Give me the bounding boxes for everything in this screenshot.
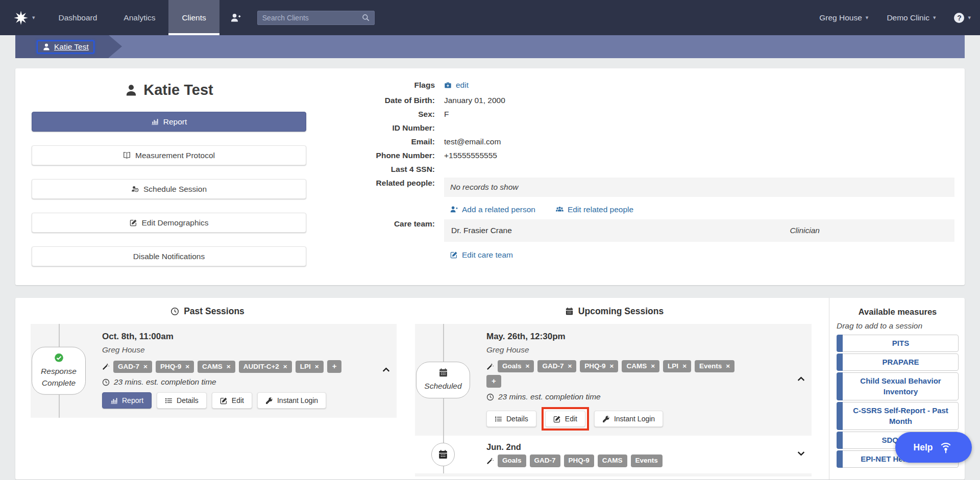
chevron-down-icon: ▾ <box>32 14 35 21</box>
session-details-button[interactable]: Details <box>157 392 207 409</box>
edit-care-team-link[interactable]: Edit care team <box>450 250 513 260</box>
measure-chip[interactable]: AUDIT-C+2 × <box>239 361 292 373</box>
remove-measure-icon[interactable]: × <box>610 362 614 371</box>
measure-chip[interactable]: PHQ-9 × <box>156 361 194 373</box>
measure-chip[interactable]: PHQ-9 × <box>580 360 618 372</box>
edit-flags-link[interactable]: edit <box>444 80 469 91</box>
measure-chip[interactable]: CAMS × <box>622 360 659 372</box>
edit-related-people-link[interactable]: Edit related people <box>556 205 633 214</box>
measure-chip[interactable]: GAD-7 × <box>113 361 152 373</box>
measure-chip[interactable]: CAMS <box>598 454 627 467</box>
related-people-actions: Add a related person Edit related people <box>444 199 954 218</box>
user-clock-icon <box>131 185 139 193</box>
disable-notifications-button[interactable]: Disable Notifications <box>32 246 306 266</box>
measure-chip[interactable]: Goals × <box>498 360 534 372</box>
bar-chart-icon <box>151 118 159 125</box>
session-report-button[interactable]: Report <box>102 392 152 409</box>
measure-chip[interactable]: LPI × <box>663 360 691 372</box>
remove-measure-icon[interactable]: × <box>651 362 655 371</box>
measure-chip-label: PHQ-9 <box>584 362 605 371</box>
breadcrumb-client-link[interactable]: Katie Test <box>37 40 94 54</box>
session-edit-button[interactable]: Edit <box>212 392 252 409</box>
measure-item[interactable]: PRAPARE <box>837 353 959 371</box>
past-sessions-heading: Past Sessions <box>15 306 400 317</box>
measure-chip[interactable]: CAMS × <box>198 361 235 373</box>
measure-chip[interactable]: PHQ-9 <box>564 454 594 467</box>
measure-item[interactable]: PITS <box>837 335 959 352</box>
measure-item[interactable]: Child Sexual Behavior Inventory <box>837 372 959 400</box>
measure-chip[interactable]: Goals <box>498 454 526 467</box>
detail-value <box>444 164 954 175</box>
remove-measure-icon[interactable]: × <box>315 362 319 371</box>
user-menu[interactable]: Greg House ▾ <box>810 0 877 35</box>
session-instant-login-button[interactable]: Instant Login <box>594 411 663 427</box>
measure-chip[interactable]: GAD-7 <box>530 454 560 467</box>
collapse-session-button[interactable] <box>797 374 805 385</box>
patient-card: Katie Test Report Measurement Protocol S… <box>15 68 965 285</box>
remove-measure-icon[interactable]: × <box>143 362 148 371</box>
measure-chip-label: PHQ-9 <box>569 456 590 465</box>
calendar-icon <box>438 368 448 377</box>
nav-item-analytics[interactable]: Analytics <box>110 0 168 35</box>
remove-measure-icon[interactable]: × <box>726 362 730 371</box>
top-navbar: ▾ Dashboard Analytics Clients Greg House… <box>0 0 980 35</box>
collapse-session-button[interactable] <box>382 366 390 376</box>
measure-chip[interactable]: Events × <box>695 360 734 372</box>
measure-chip[interactable]: GAD-7 × <box>537 360 576 372</box>
measure-chip-label: LPI <box>300 362 311 371</box>
detail-row: Email: test@email.com <box>316 136 954 147</box>
session-measures: Goals GAD-7 PHQ-9 CAMS <box>486 454 782 467</box>
completion-time: 23 mins. est. completion time <box>486 392 791 401</box>
edit-icon <box>450 251 458 259</box>
search-icon[interactable] <box>362 14 370 21</box>
search-input[interactable] <box>262 14 362 22</box>
add-measure-button[interactable]: + <box>486 375 501 388</box>
remove-measure-icon[interactable]: × <box>568 362 572 371</box>
add-client-button[interactable] <box>219 0 252 35</box>
edit-demographics-button[interactable]: Edit Demographics <box>32 213 306 233</box>
logo-star-icon <box>13 10 29 26</box>
nav-item-dashboard[interactable]: Dashboard <box>45 0 111 35</box>
schedule-session-button[interactable]: Schedule Session <box>32 179 306 199</box>
expand-session-button[interactable] <box>797 449 805 460</box>
help-menu[interactable]: ? ▾ <box>945 0 980 35</box>
remove-measure-icon[interactable]: × <box>682 362 687 371</box>
detail-label: Last 4 SSN: <box>316 164 444 175</box>
patient-detail-rows: Date of Birth: January 01, 2000 Sex: F I… <box>316 95 954 175</box>
sessions-panel: Past Sessions Response Complete Oct. 8th… <box>15 298 965 479</box>
nav-item-clients[interactable]: Clients <box>168 0 219 35</box>
app-logo[interactable]: ▾ <box>0 0 45 35</box>
chevron-down-icon <box>797 449 805 458</box>
upcoming-session-item: Scheduled May. 26th, 12:30pm Greg House … <box>415 324 812 436</box>
remove-measure-icon[interactable]: × <box>227 362 231 371</box>
help-button[interactable]: Help <box>895 432 972 463</box>
measure-chip-label: GAD-7 <box>534 456 556 465</box>
past-sessions-section: Past Sessions Response Complete Oct. 8th… <box>15 298 400 479</box>
remove-measure-icon[interactable]: × <box>283 362 287 371</box>
session-datetime: Jun. 2nd <box>486 442 791 452</box>
session-details-button[interactable]: Details <box>486 411 536 427</box>
remove-measure-icon[interactable]: × <box>526 362 530 371</box>
measure-chip[interactable]: Events <box>631 454 663 467</box>
page-title: Katie Test <box>32 82 306 98</box>
measure-chip-label: CAMS <box>602 456 623 465</box>
report-button[interactable]: Report <box>32 112 306 132</box>
measure-item[interactable]: C-SSRS Self-Report - Past Month <box>837 402 959 430</box>
measurement-protocol-button[interactable]: Measurement Protocol <box>32 145 306 165</box>
measure-chip[interactable]: LPI × <box>296 361 324 373</box>
add-related-person-link[interactable]: Add a related person <box>450 205 535 214</box>
measure-chip-label: GAD-7 <box>118 362 139 371</box>
key-icon <box>602 415 610 423</box>
search-box[interactable] <box>257 11 375 25</box>
measure-chip-label: CAMS <box>626 362 647 371</box>
add-measure-button[interactable]: + <box>327 360 342 373</box>
detail-label: Phone Number: <box>316 150 444 161</box>
remove-measure-icon[interactable]: × <box>185 362 189 371</box>
past-sessions-list: Response Complete Oct. 8th, 11:00am Greg… <box>31 324 397 418</box>
clinic-menu[interactable]: Demo Clinic ▾ <box>877 0 945 35</box>
patient-details-column: Flags edit Date of Birth: January 01, 20… <box>316 78 960 277</box>
session-edit-button[interactable]: Edit <box>545 411 585 427</box>
session-instant-login-button[interactable]: Instant Login <box>257 392 326 409</box>
wand-icon <box>102 363 110 370</box>
patient-actions-column: Katie Test Report Measurement Protocol S… <box>21 78 316 277</box>
